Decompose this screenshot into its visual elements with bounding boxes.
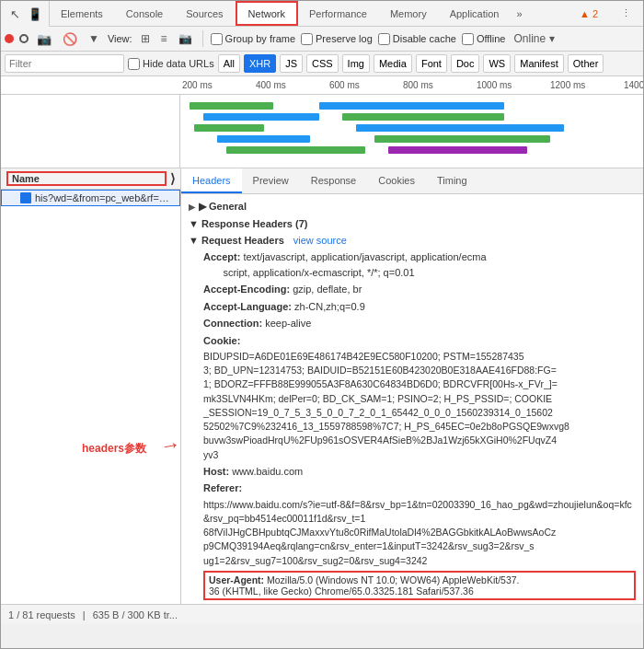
waterfall-bars: [180, 95, 643, 168]
disable-cache-checkbox[interactable]: Disable cache: [378, 33, 456, 45]
tab-performance[interactable]: Performance: [298, 1, 379, 26]
filter-row: Hide data URLs All XHR JS CSS Img Media …: [1, 52, 643, 76]
network-toolbar: 📷 🚫 ▼ View: ⊞ ≡ 📷 Group by frame Preserv…: [1, 27, 643, 52]
general-arrow: ▶: [189, 203, 195, 212]
wf-bar-7: [342, 113, 504, 121]
filter-xhr-btn[interactable]: XHR: [244, 54, 276, 73]
tab-memory[interactable]: Memory: [379, 1, 439, 26]
filter-doc-btn[interactable]: Doc: [451, 54, 480, 73]
requests-count: 1 / 81 requests: [8, 609, 75, 620]
tick-400: 400 ms: [254, 80, 328, 90]
header-user-agent-box: User-Agent: Mozilla/5.0 (Windows NT 10.0…: [203, 571, 636, 600]
wf-bar-6: [319, 102, 504, 110]
header-host: Host: www.baidu.com: [189, 463, 636, 481]
tick-1200: 1200 ms: [548, 80, 622, 90]
tab-bar: ↖ 📱 Elements Console Sources Network Per…: [1, 1, 643, 27]
camera-button[interactable]: 📷: [34, 31, 54, 47]
main-content: Name ⟩ his?wd=&from=pc_web&rf=3... Heade…: [1, 168, 643, 604]
device-icon[interactable]: 📱: [27, 6, 43, 22]
general-section-header[interactable]: ▶ ▶ General: [189, 198, 636, 215]
group-by-frame-checkbox[interactable]: Group by frame: [211, 33, 295, 45]
devtools-window: ↖ 📱 Elements Console Sources Network Per…: [0, 0, 644, 649]
request-icon: [20, 192, 31, 203]
record-button[interactable]: [5, 34, 14, 43]
tab-sources[interactable]: Sources: [175, 1, 235, 26]
filter-ws-btn[interactable]: WS: [483, 54, 511, 73]
waterfall-chart: [1, 95, 643, 168]
filter-icon[interactable]: ▼: [86, 31, 102, 46]
filter-font-btn[interactable]: Font: [416, 54, 447, 73]
request-headers-section[interactable]: ▼ Request Headers view source: [189, 232, 636, 249]
right-panel: Headers Preview Response Cookies Timing: [181, 168, 643, 604]
wf-bar-9: [374, 135, 550, 143]
header-accept-language: Accept-Language: zh-CN,zh;q=0.9: [189, 298, 636, 316]
filter-media-btn[interactable]: Media: [374, 54, 412, 73]
wf-bar-8: [356, 124, 564, 132]
tab-preview[interactable]: Preview: [242, 168, 300, 193]
header-cookie: Cookie:: [189, 332, 636, 350]
tick-200: 200 ms: [180, 80, 254, 90]
tick-800: 800 ms: [401, 80, 475, 90]
tab-console[interactable]: Console: [115, 1, 175, 26]
wf-bar-3: [194, 124, 263, 132]
header-connection: Connection: keep-alive: [189, 315, 636, 332]
wf-bar-10: [388, 146, 527, 154]
timeline-ticks: 200 ms 400 ms 600 ms 800 ms 1000 ms 1200…: [1, 76, 643, 95]
tab-more[interactable]: »: [511, 1, 528, 26]
stop-button[interactable]: [19, 34, 29, 43]
wf-bar-4: [217, 135, 310, 143]
pointer-icon[interactable]: ↖: [6, 6, 23, 22]
list-view-button[interactable]: ≡: [158, 31, 170, 46]
filter-img-btn[interactable]: Img: [342, 54, 370, 73]
tick-1000: 1000 ms: [475, 80, 548, 90]
filter-manifest-btn[interactable]: Manifest: [514, 54, 564, 73]
menu-button[interactable]: ⋮: [610, 1, 643, 26]
transfer-size: 635 B / 300 KB tr...: [93, 609, 178, 620]
view-label: View:: [108, 33, 132, 44]
filter-css-btn[interactable]: CSS: [306, 54, 339, 73]
header-referer: Referer:: [189, 480, 636, 497]
screenshot-button[interactable]: 📷: [176, 31, 195, 46]
header-accept-encoding: Accept-Encoding: gzip, deflate, br: [189, 281, 636, 298]
name-header-box: Name: [6, 171, 167, 186]
offline-checkbox[interactable]: Offline: [462, 33, 506, 45]
tick-1400: 1400 ms: [622, 80, 643, 90]
tab-cookies[interactable]: Cookies: [367, 168, 426, 193]
name-column-header: Name ⟩: [1, 168, 180, 190]
filter-js-btn[interactable]: JS: [280, 54, 303, 73]
tab-network[interactable]: Network: [236, 1, 298, 26]
clear-button[interactable]: 🚫: [60, 31, 80, 47]
separator: |: [83, 609, 86, 620]
header-accept: Accept: text/javascript, application/jav…: [189, 249, 636, 281]
tab-application[interactable]: Application: [439, 1, 512, 26]
view-source-link[interactable]: view source: [293, 235, 347, 246]
tick-600: 600 ms: [328, 80, 401, 90]
hide-data-urls-checkbox[interactable]: Hide data URLs: [128, 58, 214, 70]
alert-button[interactable]: ▲ 2: [569, 1, 610, 26]
tab-response[interactable]: Response: [300, 168, 368, 193]
grid-view-button[interactable]: ⊞: [138, 31, 153, 46]
wf-bar-1: [190, 102, 273, 110]
resize-handle[interactable]: ⟩: [170, 171, 175, 186]
preserve-log-checkbox[interactable]: Preserve log: [301, 33, 373, 45]
online-dropdown[interactable]: Online ▾: [511, 31, 557, 46]
cookie-value: BIDUPSID=A6DE01E69E486174B42E9EC580F1020…: [189, 349, 636, 463]
tab-headers[interactable]: Headers: [181, 168, 242, 193]
left-panel: Name ⟩ his?wd=&from=pc_web&rf=3...: [1, 168, 181, 604]
status-bar: 1 / 81 requests | 635 B / 300 KB tr...: [1, 604, 643, 624]
tab-timing[interactable]: Timing: [426, 168, 478, 193]
wf-bar-5: [226, 146, 365, 154]
filter-all-btn[interactable]: All: [218, 54, 240, 73]
headers-content: ▶ ▶ General ▼ Response Headers (7) ▼ Req…: [181, 194, 643, 604]
request-item-1[interactable]: his?wd=&from=pc_web&rf=3...: [1, 190, 180, 206]
right-tabs: Headers Preview Response Cookies Timing: [181, 168, 643, 194]
wf-bar-2: [203, 113, 319, 121]
referer-value: https://www.baidu.com/s?ie=utf-8&f=8&rsv…: [189, 497, 636, 569]
response-headers-section[interactable]: ▼ Response Headers (7): [189, 215, 636, 232]
tab-elements[interactable]: Elements: [50, 1, 115, 26]
filter-other-btn[interactable]: Other: [568, 54, 604, 73]
filter-input[interactable]: [5, 54, 124, 73]
